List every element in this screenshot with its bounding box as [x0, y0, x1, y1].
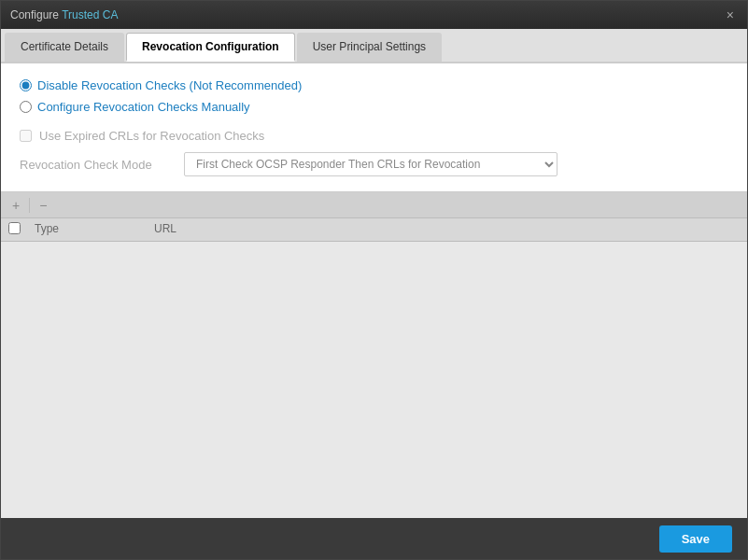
- th-check: [8, 222, 27, 237]
- radio-disable-input[interactable]: [20, 79, 32, 91]
- expired-crls-label: Use Expired CRLs for Revocation Checks: [39, 129, 264, 143]
- radio-disable-label: Disable Revocation Checks (Not Recommend…: [37, 78, 302, 92]
- expired-crls-checkbox: [20, 130, 32, 142]
- revocation-mode-row: Revocation Check Mode First Check OCSP R…: [20, 152, 728, 176]
- footer: Save: [1, 518, 747, 559]
- dialog-title: Configure Trusted CA: [10, 8, 118, 21]
- table-header: Type URL: [1, 218, 747, 242]
- tab-revocation-configuration[interactable]: Revocation Configuration: [126, 33, 295, 62]
- tab-user-principal-settings[interactable]: User Principal Settings: [297, 33, 442, 62]
- add-entry-button[interactable]: +: [8, 196, 23, 215]
- radio-disable-revocation[interactable]: Disable Revocation Checks (Not Recommend…: [20, 78, 728, 92]
- tab-bar: Certificate Details Revocation Configura…: [1, 29, 747, 63]
- remove-entry-button[interactable]: −: [35, 196, 50, 215]
- title-highlight: Trusted CA: [62, 8, 118, 21]
- radio-configure-label: Configure Revocation Checks Manually: [37, 100, 250, 114]
- title-bar: Configure Trusted CA ×: [1, 1, 747, 29]
- content-area: Disable Revocation Checks (Not Recommend…: [1, 63, 747, 518]
- th-url: URL: [154, 222, 740, 237]
- tab-certificate-details[interactable]: Certificate Details: [5, 33, 124, 62]
- revocation-mode-select[interactable]: First Check OCSP Responder Then CRLs for…: [184, 152, 557, 176]
- bottom-panel: + − Type URL: [1, 192, 747, 518]
- dialog-configure-trusted-ca: Configure Trusted CA × Certificate Detai…: [0, 0, 748, 560]
- bottom-toolbar: + −: [1, 192, 747, 218]
- revocation-mode-label: Revocation Check Mode: [20, 158, 169, 172]
- radio-configure-revocation[interactable]: Configure Revocation Checks Manually: [20, 100, 728, 114]
- close-button[interactable]: ×: [723, 7, 738, 22]
- toolbar-divider: [29, 198, 30, 213]
- expired-crls-row: Use Expired CRLs for Revocation Checks: [20, 129, 728, 143]
- table-body: [1, 242, 747, 518]
- radio-group: Disable Revocation Checks (Not Recommend…: [20, 78, 728, 114]
- select-all-checkbox[interactable]: [8, 222, 21, 234]
- radio-configure-input[interactable]: [20, 101, 32, 113]
- revocation-panel: Disable Revocation Checks (Not Recommend…: [1, 63, 747, 192]
- th-type: Type: [35, 222, 147, 237]
- save-button[interactable]: Save: [659, 525, 732, 553]
